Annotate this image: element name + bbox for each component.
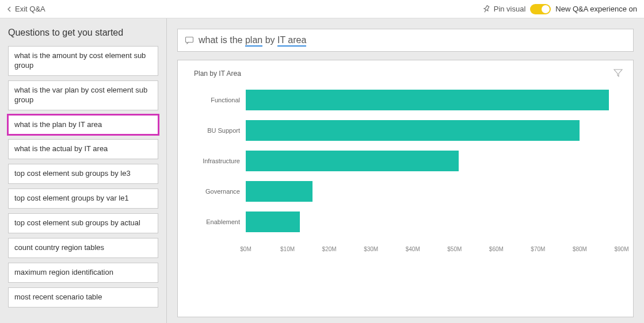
axis-tick: $20M [322, 246, 337, 252]
bar-fill[interactable] [246, 120, 580, 141]
svg-rect-0 [186, 37, 193, 43]
axis-tick: $40M [406, 246, 420, 252]
question-item[interactable]: most recent scenario table [8, 287, 158, 307]
query-text: what is the plan by IT area [199, 35, 306, 45]
bar-fill[interactable] [246, 151, 459, 171]
axis-tick: $90M [614, 246, 628, 252]
axis-tick: $80M [573, 246, 587, 252]
main-panel: what is the plan by IT area Plan by IT A… [167, 18, 644, 323]
query-input[interactable]: what is the plan by IT area [177, 29, 634, 52]
question-item[interactable]: top cost element sub groups by le3 [8, 164, 158, 184]
exit-label: Exit Q&A [15, 5, 45, 13]
bar-row: Enablement [194, 206, 622, 237]
bar-fill[interactable] [246, 181, 313, 202]
bar-row: BU Support [194, 115, 622, 145]
bar-row: Functional [194, 84, 622, 115]
sidebar: Questions to get you started what is the… [0, 18, 167, 323]
axis-tick: $0M [240, 246, 251, 252]
chart-title: Plan by IT Area [194, 70, 622, 78]
question-item[interactable]: top cost element sub groups by actual [8, 213, 158, 233]
question-item[interactable]: what is the amount by cost element sub g… [8, 46, 158, 76]
bar-label: Enablement [194, 218, 246, 225]
axis-tick: $60M [489, 246, 504, 252]
bar-label: Functional [194, 97, 246, 103]
exit-qa-button[interactable]: Exit Q&A [7, 5, 45, 13]
chart-card: Plan by IT Area FunctionalBU SupportInfr… [177, 60, 634, 317]
axis-tick: $50M [447, 246, 462, 252]
sidebar-title: Questions to get you started [8, 28, 158, 38]
bar-label: Infrastructure [194, 157, 246, 164]
topbar: Exit Q&A Pin visual New Q&A experience o… [0, 0, 644, 18]
axis-tick: $30M [364, 246, 378, 252]
pin-visual-button[interactable]: Pin visual [482, 5, 526, 13]
filter-icon[interactable] [613, 68, 623, 78]
question-item[interactable]: maximum region identification [8, 263, 158, 283]
question-item[interactable]: what is the plan by IT area [8, 115, 158, 135]
bar-fill[interactable] [246, 212, 300, 232]
chevron-left-icon [7, 6, 13, 12]
toggle-label: New Q&A experience on [555, 5, 637, 13]
question-item[interactable]: count country region tables [8, 238, 158, 258]
question-item[interactable]: top cost element groups by var le1 [8, 189, 158, 209]
bar-row: Infrastructure [194, 145, 622, 176]
pin-label: Pin visual [494, 5, 526, 13]
question-item[interactable]: what is the actual by IT area [8, 139, 158, 159]
bar-fill[interactable] [246, 90, 609, 110]
chat-icon [185, 36, 194, 45]
experience-toggle[interactable] [530, 4, 551, 14]
experience-toggle-wrap: New Q&A experience on [530, 4, 637, 14]
axis-tick: $10M [280, 246, 295, 252]
bar-row: Governance [194, 176, 622, 206]
bar-label: Governance [194, 188, 246, 195]
axis-tick: $70M [531, 246, 545, 252]
question-item[interactable]: what is the var plan by cost element sub… [8, 80, 158, 110]
pin-icon [482, 5, 490, 13]
bar-label: BU Support [194, 127, 246, 134]
